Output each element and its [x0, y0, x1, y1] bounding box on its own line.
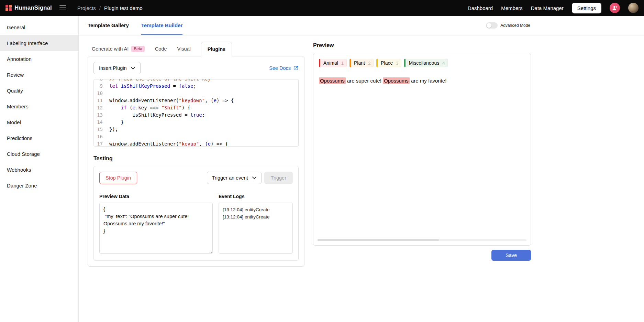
- settings-button[interactable]: Settings: [572, 3, 601, 13]
- menu-icon[interactable]: [59, 5, 66, 11]
- code-text: [106, 90, 109, 97]
- code-text: }: [106, 119, 124, 126]
- nav-data-manager[interactable]: Data Manager: [531, 5, 564, 11]
- preview-data-textarea[interactable]: { "my_text": "Opossums are super cute! O…: [99, 203, 213, 254]
- trigger-event-select-value: Trigger an event: [212, 175, 248, 181]
- highlighted-region[interactable]: Opossums: [319, 77, 346, 84]
- sidebar-item-general[interactable]: General: [0, 19, 78, 35]
- tab-generate-with-ai[interactable]: Generate with AI Beta: [92, 42, 145, 56]
- event-logs-label: Event Logs: [219, 194, 293, 199]
- trigger-button[interactable]: Trigger: [264, 172, 293, 184]
- line-number: 16: [94, 133, 106, 140]
- code-line: 10: [94, 90, 298, 97]
- code-text: [106, 133, 109, 140]
- generate-with-ai-label: Generate with AI: [92, 46, 129, 52]
- line-number: 17: [94, 140, 106, 147]
- tab-plugins[interactable]: Plugins: [201, 42, 232, 56]
- plugin-toolbar: Insert Plugin See Docs: [93, 62, 299, 74]
- invite-people-button[interactable]: [610, 3, 620, 13]
- plain-text: are super cute!: [346, 78, 383, 84]
- trigger-event-select[interactable]: Trigger an event: [207, 172, 262, 184]
- sidebar-item-labeling-interface[interactable]: Labeling Interface: [0, 35, 78, 51]
- preview-horizontal-scrollbar[interactable]: [318, 239, 526, 241]
- advanced-mode-label: Advanced Mode: [500, 23, 530, 28]
- sidebar-item-members[interactable]: Members: [0, 98, 78, 114]
- testing-io-row: Preview Data { "my_text": "Opossums are …: [99, 194, 293, 255]
- line-number: 11: [94, 97, 106, 104]
- advanced-mode-toggle[interactable]: [486, 22, 498, 29]
- tab-visual[interactable]: Visual: [177, 42, 191, 56]
- label-place[interactable]: Place3: [376, 59, 401, 67]
- labels-row: Animal1Plant2Place3Miscellaneous4: [319, 59, 525, 67]
- line-number: 14: [94, 119, 106, 126]
- scrollbar-thumb[interactable]: [318, 239, 439, 241]
- code-text: // Track the state of the Shift key: [106, 79, 211, 83]
- sidebar-item-review[interactable]: Review: [0, 67, 78, 83]
- code-line: 13 isShiftKeyPressed = true;: [94, 111, 298, 119]
- template-tabs-row: Template Gallery Template Builder Advanc…: [79, 16, 644, 35]
- code-line: 17window.addEventListener("keyup", (e) =…: [94, 140, 298, 147]
- tab-code[interactable]: Code: [155, 42, 167, 56]
- sidebar-item-model[interactable]: Model: [0, 114, 78, 130]
- line-number: 8: [94, 79, 106, 83]
- chevron-down-icon: [131, 67, 135, 69]
- see-docs-link[interactable]: See Docs: [269, 65, 299, 71]
- stop-plugin-button[interactable]: Stop Plugin: [99, 172, 137, 184]
- code-line: 14 }: [94, 119, 298, 126]
- task-text: Opossums are super cute! Opossums are my…: [319, 77, 525, 85]
- toggle-knob: [487, 23, 491, 28]
- code-line: 15});: [94, 126, 298, 133]
- topbar: HumanSignal Projects / Plugin test demo …: [0, 0, 644, 16]
- label-text: Plant: [354, 60, 365, 66]
- highlighted-region[interactable]: Opossums: [383, 77, 410, 84]
- label-hotkey: 4: [442, 61, 445, 66]
- label-plant[interactable]: Plant2: [349, 59, 374, 67]
- line-number: 10: [94, 90, 106, 97]
- testing-panel: Stop Plugin Trigger an event Trigger: [93, 166, 299, 261]
- breadcrumb-projects[interactable]: Projects: [77, 5, 96, 11]
- code-text: window.addEventListener("keydown", (e) =…: [106, 97, 234, 104]
- see-docs-label: See Docs: [269, 65, 291, 71]
- sidebar-nav: GeneralLabeling InterfaceAnnotationRevie…: [0, 16, 79, 322]
- sidebar-item-cloud-storage[interactable]: Cloud Storage: [0, 146, 78, 162]
- testing-controls: Stop Plugin Trigger an event Trigger: [99, 172, 293, 184]
- brand-name: HumanSignal: [14, 4, 52, 11]
- breadcrumb: Projects / Plugin test demo: [77, 5, 143, 11]
- code-line: 16: [94, 133, 298, 140]
- code-line: 12 if (e.key === "Shift") {: [94, 104, 298, 111]
- line-number: 12: [94, 104, 106, 111]
- line-number: 15: [94, 126, 106, 133]
- breadcrumb-current: Plugin test demo: [104, 5, 143, 11]
- preview-heading: Preview: [313, 42, 531, 49]
- brand: HumanSignal: [5, 4, 52, 11]
- sidebar-item-danger-zone[interactable]: Danger Zone: [0, 178, 78, 193]
- code-line: 8// Track the state of the Shift key: [94, 79, 298, 83]
- event-logs-box: [13:12:04] entityCreate[13:12:04] entity…: [219, 203, 293, 254]
- sidebar-item-predictions[interactable]: Predictions: [0, 130, 78, 146]
- tab-template-builder[interactable]: Template Builder: [141, 16, 183, 35]
- sidebar-item-quality[interactable]: Quality: [0, 83, 78, 98]
- nav-members[interactable]: Members: [501, 5, 523, 11]
- code-text: });: [106, 126, 118, 133]
- tab-template-gallery[interactable]: Template Gallery: [88, 16, 129, 35]
- code-editor[interactable]: 8// Track the state of the Shift key9let…: [93, 79, 299, 147]
- main-content: Template Gallery Template Builder Advanc…: [79, 16, 644, 322]
- code-line: 9let isShiftKeyPressed = false;: [94, 83, 298, 90]
- beta-badge: Beta: [131, 46, 145, 52]
- preview-data-label: Preview Data: [99, 194, 213, 199]
- sidebar-item-webhooks[interactable]: Webhooks: [0, 162, 78, 178]
- insert-plugin-button[interactable]: Insert Plugin: [93, 62, 141, 74]
- chevron-down-icon: [252, 176, 256, 179]
- testing-heading: Testing: [93, 155, 299, 162]
- nav-dashboard[interactable]: Dashboard: [468, 5, 493, 11]
- external-link-icon: [293, 65, 299, 71]
- event-log-entry: [13:12:04] entityCreate: [223, 206, 289, 213]
- label-miscellaneous[interactable]: Miscellaneous4: [404, 59, 448, 67]
- sidebar-item-annotation[interactable]: Annotation: [0, 51, 78, 67]
- code-text: let isShiftKeyPressed = false;: [106, 83, 196, 90]
- user-avatar[interactable]: [628, 3, 639, 13]
- label-animal[interactable]: Animal1: [319, 59, 347, 67]
- add-person-icon: [612, 5, 618, 11]
- save-button[interactable]: Save: [491, 250, 531, 261]
- label-hotkey: 2: [368, 61, 370, 66]
